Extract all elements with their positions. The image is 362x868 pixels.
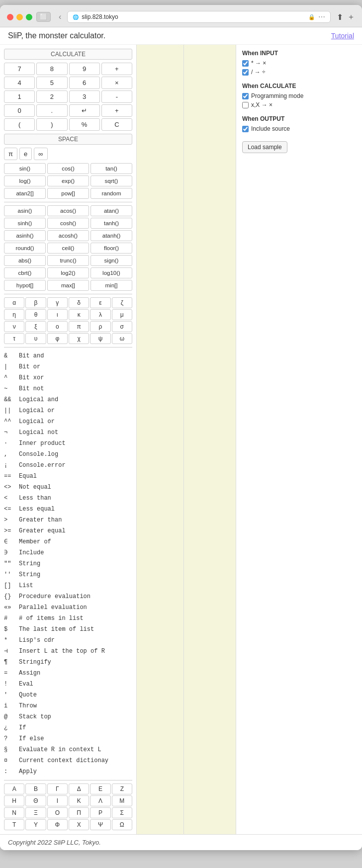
- btn-9[interactable]: 9: [69, 63, 100, 75]
- new-tab-button[interactable]: ＋: [347, 12, 355, 22]
- btn-sinh[interactable]: sinh(): [4, 218, 46, 229]
- btn-xi[interactable]: ξ: [25, 321, 46, 332]
- btn-round[interactable]: round(): [4, 243, 46, 254]
- btn-Zeta[interactable]: Ζ: [112, 783, 132, 794]
- btn-Sigma[interactable]: Σ: [112, 807, 132, 818]
- share-button[interactable]: ⬆: [337, 12, 343, 22]
- btn-2[interactable]: 2: [36, 90, 67, 103]
- btn-Kappa[interactable]: Κ: [69, 795, 89, 806]
- btn-omega[interactable]: ω: [112, 333, 132, 344]
- btn-tanh[interactable]: tanh(): [90, 218, 132, 229]
- btn-phi[interactable]: φ: [47, 333, 68, 344]
- calc-checkbox-2[interactable]: [242, 102, 249, 108]
- btn-Lambda[interactable]: Λ: [90, 795, 110, 806]
- btn-8[interactable]: 8: [36, 63, 67, 75]
- btn-acos[interactable]: acos(): [47, 205, 89, 216]
- btn-Tau[interactable]: Τ: [4, 819, 24, 830]
- btn-beta[interactable]: β: [25, 297, 46, 308]
- btn-gamma[interactable]: γ: [47, 297, 68, 308]
- btn-open-paren[interactable]: (: [4, 118, 35, 131]
- input-checkbox-2[interactable]: [242, 69, 249, 76]
- btn-percent[interactable]: %: [69, 118, 100, 131]
- btn-Psi[interactable]: Ψ: [90, 819, 110, 830]
- btn-dot[interactable]: .: [36, 104, 67, 117]
- btn-theta[interactable]: θ: [25, 309, 46, 320]
- btn-1[interactable]: 1: [4, 90, 35, 103]
- btn-delta[interactable]: δ: [69, 297, 89, 308]
- btn-mu[interactable]: μ: [112, 309, 132, 320]
- btn-sin[interactable]: sin(): [4, 163, 46, 174]
- btn-asinh[interactable]: asinh(): [4, 230, 46, 241]
- btn-pow[interactable]: pow[]: [47, 188, 89, 199]
- btn-pi-lower[interactable]: π: [69, 321, 89, 332]
- btn-pi[interactable]: π: [4, 148, 17, 160]
- btn-Beta[interactable]: Β: [25, 783, 46, 794]
- btn-0[interactable]: 0: [4, 104, 35, 117]
- load-sample-button[interactable]: Load sample: [242, 141, 287, 153]
- btn-iota[interactable]: ι: [47, 309, 68, 320]
- btn-Mu[interactable]: Μ: [112, 795, 132, 806]
- btn-log10[interactable]: log10(): [90, 267, 132, 278]
- address-bar[interactable]: 🌐 slip.828.tokyo 🔒 ⋯: [67, 11, 331, 23]
- btn-Eta[interactable]: Η: [4, 795, 24, 806]
- btn-upsilon[interactable]: υ: [25, 333, 46, 344]
- btn-sqrt[interactable]: sqrt(): [90, 175, 132, 186]
- btn-cbrt[interactable]: cbrt(): [4, 267, 46, 278]
- btn-atan[interactable]: atan(): [90, 205, 132, 216]
- btn-asin[interactable]: asin(): [4, 205, 46, 216]
- btn-kappa[interactable]: κ: [69, 309, 89, 320]
- tutorial-link[interactable]: Tutorial: [331, 32, 354, 40]
- btn-Rho[interactable]: Ρ: [90, 807, 110, 818]
- btn-Xi[interactable]: Ξ: [25, 807, 46, 818]
- btn-Upsilon[interactable]: Υ: [25, 819, 46, 830]
- btn-Iota[interactable]: Ι: [47, 795, 68, 806]
- calc-checkbox-1[interactable]: [242, 93, 249, 99]
- btn-clear[interactable]: C: [101, 118, 132, 131]
- btn-rho[interactable]: ρ: [90, 321, 110, 332]
- btn-lambda[interactable]: λ: [90, 309, 110, 320]
- btn-plus2[interactable]: +: [101, 104, 132, 117]
- btn-tan[interactable]: tan(): [90, 163, 132, 174]
- btn-Omicron[interactable]: Ο: [47, 807, 68, 818]
- btn-cosh[interactable]: cosh(): [47, 218, 89, 229]
- btn-ceil[interactable]: ceil(): [47, 243, 89, 254]
- btn-6[interactable]: 6: [69, 77, 100, 89]
- btn-5[interactable]: 5: [36, 77, 67, 89]
- btn-floor[interactable]: floor(): [90, 243, 132, 254]
- btn-hypot[interactable]: hypot[]: [4, 280, 46, 291]
- btn-Pi[interactable]: Π: [69, 807, 89, 818]
- btn-min[interactable]: min[]: [90, 280, 132, 291]
- btn-Nu[interactable]: Ν: [4, 807, 24, 818]
- btn-Epsilon[interactable]: Ε: [90, 783, 110, 794]
- btn-atanh[interactable]: atanh(): [90, 230, 132, 241]
- input-checkbox-1[interactable]: [242, 60, 249, 67]
- btn-log[interactable]: log(): [4, 175, 46, 186]
- btn-abs[interactable]: abs(): [4, 255, 46, 266]
- btn-Delta[interactable]: Δ: [69, 783, 89, 794]
- btn-7[interactable]: 7: [4, 63, 35, 75]
- btn-4[interactable]: 4: [4, 77, 35, 89]
- btn-exp[interactable]: exp(): [47, 175, 89, 186]
- btn-zeta[interactable]: ζ: [112, 297, 132, 308]
- btn-Gamma[interactable]: Γ: [47, 783, 68, 794]
- btn-3[interactable]: 3: [69, 90, 100, 103]
- btn-enter[interactable]: ↵: [69, 104, 100, 117]
- btn-atan2[interactable]: atan2[]: [4, 188, 46, 199]
- btn-e[interactable]: e: [19, 148, 32, 160]
- btn-times[interactable]: ×: [101, 77, 132, 89]
- sidebar-toggle[interactable]: ⬜: [36, 12, 51, 22]
- btn-omicron[interactable]: ο: [47, 321, 68, 332]
- btn-sign[interactable]: sign(): [90, 255, 132, 266]
- btn-close-paren[interactable]: ): [36, 118, 67, 131]
- btn-eta[interactable]: η: [4, 309, 24, 320]
- btn-log2[interactable]: log2(): [47, 267, 89, 278]
- btn-acosh[interactable]: acosh(): [47, 230, 89, 241]
- btn-Chi[interactable]: Χ: [69, 819, 89, 830]
- btn-nu[interactable]: ν: [4, 321, 24, 332]
- btn-cos[interactable]: cos(): [47, 163, 89, 174]
- btn-random[interactable]: random: [90, 188, 132, 199]
- btn-trunc[interactable]: trunc(): [47, 255, 89, 266]
- btn-Theta[interactable]: Θ: [25, 795, 46, 806]
- close-button[interactable]: [7, 14, 13, 20]
- btn-Omega[interactable]: Ω: [112, 819, 132, 830]
